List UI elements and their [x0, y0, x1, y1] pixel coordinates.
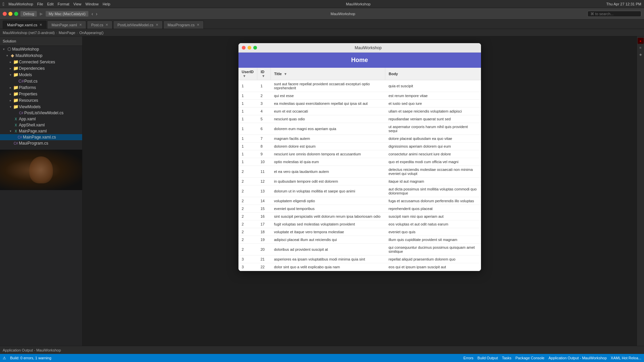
menu-window[interactable]: Window: [86, 2, 99, 6]
cell-body: dignissimos aperiam dolorem qui eum: [385, 143, 481, 150]
tab-close-icon[interactable]: ✕: [105, 23, 108, 27]
nav-forward[interactable]: ›: [95, 11, 99, 17]
cell-userid: 1: [238, 158, 257, 166]
video-panel-spacer: [0, 150, 82, 193]
menu-help[interactable]: Help: [103, 2, 110, 6]
device-selector[interactable]: My Mac (MacCatalyst): [45, 11, 88, 17]
cell-title: dolorum ut in voluptas mollitia et saepe…: [270, 185, 385, 197]
sidebar-label: MainPage.xaml: [19, 129, 47, 133]
sidebar-item-resources[interactable]: ▸ 📁 Resources: [0, 97, 82, 103]
cell-userid: 1: [238, 143, 257, 150]
cell-userid: 1: [238, 123, 257, 135]
cell-id: 6: [257, 123, 270, 135]
tab-post-cs[interactable]: Post.cs ✕: [87, 21, 112, 29]
filter-icon-title[interactable]: ▼: [284, 72, 287, 76]
tab-close-icon[interactable]: ✕: [156, 23, 158, 27]
menu-file[interactable]: File: [37, 2, 43, 6]
menu-edit[interactable]: Edit: [47, 2, 54, 6]
sidebar-item-mainpage-xaml-cs[interactable]: C# MainPage.xaml.cs: [0, 134, 82, 140]
breadcrumb-part-2[interactable]: MainPage: [59, 31, 75, 35]
col-header-id[interactable]: ID ▼: [257, 68, 270, 80]
simulator-container: MauiWorkshop Home: [83, 36, 637, 353]
tab-close-icon[interactable]: ✕: [197, 23, 199, 27]
menu-format[interactable]: Format: [58, 2, 69, 6]
ide-toolbar: Debug ▶ My Mac (MacCatalyst) ‹ › MauiWor…: [0, 8, 644, 20]
sidebar-item-postlistviewmodel[interactable]: C# PostListViewModel.cs: [0, 110, 82, 116]
table-row: 1 6 dolorem eum magni eos aperiam quia u…: [238, 123, 481, 135]
col-header-title[interactable]: Title ▼: [270, 68, 385, 80]
breadcrumb-part-1[interactable]: MauiWorkshop (net7.0-android): [3, 31, 55, 35]
search-input[interactable]: [587, 11, 641, 17]
nav-back[interactable]: ‹: [91, 11, 94, 17]
editor-area: MauiWorkshop Home: [83, 36, 637, 362]
sidebar-label: MainPage.xaml.cs: [23, 135, 56, 140]
tab-close-icon[interactable]: ✕: [79, 23, 82, 27]
tab-maiuiprogram-cs[interactable]: MauiProgram.cs ✕: [163, 21, 204, 29]
filter-icon-id[interactable]: ▼: [262, 74, 265, 78]
right-icon-error[interactable]: ●: [638, 38, 644, 44]
status-xaml-hot[interactable]: XAML Hot Reloa...: [611, 356, 641, 360]
status-app-output[interactable]: Application Output - MauiWorkshop: [548, 356, 607, 360]
close-button[interactable]: [3, 12, 7, 16]
table-row: 2 13 dolorum ut in voluptas mollitia et …: [238, 185, 481, 197]
minimize-button[interactable]: [8, 12, 12, 16]
status-errors[interactable]: Errors: [463, 356, 474, 360]
tab-mainpage-xaml-cs[interactable]: MainPage.xaml.cs ✕: [3, 21, 46, 29]
tab-close-icon[interactable]: ✕: [39, 23, 42, 27]
cell-id: 5: [257, 115, 270, 123]
sidebar-item-appshell-xaml[interactable]: X AppShell.xaml: [0, 122, 82, 128]
cell-body: qui consequuntur ducimus possimus quisqu…: [385, 244, 481, 255]
sidebar-item-properties[interactable]: ▸ 📁 Properties: [0, 91, 82, 97]
tab-mainpage-xaml[interactable]: MainPage.xaml ✕: [47, 21, 86, 29]
status-tasks[interactable]: Tasks: [502, 356, 511, 360]
cell-id: 18: [257, 228, 270, 236]
sidebar-item-mainpage-xaml[interactable]: ▾ X MainPage.xaml: [0, 128, 82, 134]
col-header-body[interactable]: Body: [385, 68, 481, 80]
cell-userid: 2: [238, 197, 257, 205]
maximize-button[interactable]: [14, 12, 18, 16]
sim-titlebar: MauiWorkshop: [238, 43, 481, 53]
col-header-userid[interactable]: UserID ▼: [238, 68, 257, 80]
folder-icon: 📁: [13, 72, 19, 77]
cell-userid: 2: [238, 220, 257, 228]
sidebar-item-app-xaml[interactable]: X App.xaml: [0, 116, 82, 122]
filter-icon-userid[interactable]: ▼: [243, 74, 246, 78]
status-package-console[interactable]: Package Console: [515, 356, 544, 360]
sidebar-item-solution-root[interactable]: ▾ ⬡ MauiWorkshop: [0, 46, 82, 52]
cell-title: et ea vero quia laudantium autem: [270, 166, 385, 178]
tab-postlistviewmodel-cs[interactable]: PostListViewModel.cs ✕: [113, 21, 163, 29]
table-header-row: UserID ▼ ID ▼ Title ▼ Body: [238, 68, 481, 80]
status-build-output[interactable]: Build Output: [478, 356, 498, 360]
table-row: 1 10 optio molestias id quia eum quo et …: [238, 158, 481, 166]
table-row: 1 7 magnam facilis autem dolore placeat …: [238, 135, 481, 143]
apple-icon[interactable]: : [3, 1, 4, 7]
table-row: 2 19 adipisci placeat illum aut reiciend…: [238, 236, 481, 244]
sidebar-item-viewmodels[interactable]: ▾ 📁 ViewModels: [0, 103, 82, 110]
sim-maximize[interactable]: [253, 46, 257, 50]
cell-id: 10: [257, 158, 270, 166]
sim-close[interactable]: [242, 46, 246, 50]
cell-title: dolor sint quo a velit explicabo quia na…: [270, 263, 385, 271]
sidebar-item-post-cs[interactable]: C# Post.cs: [0, 78, 82, 84]
right-icon-1[interactable]: ≡: [638, 44, 644, 51]
sidebar-item-maiuiprogram-cs[interactable]: C# MauiProgram.cs: [0, 140, 82, 146]
table-row: 1 9 nesciunt iure omnis dolorem tempora …: [238, 150, 481, 158]
sidebar-item-dependencies[interactable]: ▸ 📁 Dependencies: [0, 65, 82, 71]
cell-body: et iusto sed quo iure: [385, 100, 481, 108]
sidebar-item-platforms[interactable]: ▸ 📁 Platforms: [0, 84, 82, 91]
cs-file-icon: C#: [18, 111, 24, 115]
debug-button[interactable]: Debug: [20, 11, 37, 17]
cell-body: quo et expedita modi cum officia vel mag…: [385, 158, 481, 166]
sidebar-item-connected-services[interactable]: ▸ 📁 Connected Services: [0, 59, 82, 65]
sidebar-label: Resources: [19, 98, 38, 103]
menu-view[interactable]: View: [73, 2, 82, 6]
expand-arrow: ▸: [8, 60, 13, 64]
breadcrumb-part-3[interactable]: OnAppearing(): [79, 31, 103, 35]
right-icon-2[interactable]: ◈: [638, 51, 644, 57]
sidebar-item-models[interactable]: ▾ 📁 Models: [0, 71, 82, 78]
sidebar-item-project[interactable]: ▾ ◆ MauiWorkshop: [0, 52, 82, 59]
expand-arrow: ▾: [8, 73, 13, 77]
sim-minimize[interactable]: [248, 46, 251, 50]
sim-window-title: MauiWorkshop: [259, 46, 478, 50]
expand-arrow: ▾: [8, 105, 13, 109]
